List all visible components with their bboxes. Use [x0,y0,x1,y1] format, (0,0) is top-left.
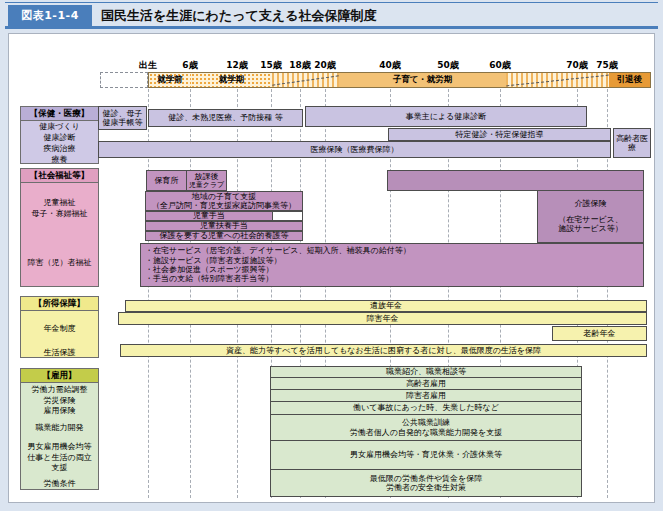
bar-afterschool-club: 放課後 児童クラブ [186,170,227,191]
figure-number-badge: 図表1-1-4 [8,5,92,26]
section-label-employment: 【雇用】 労働力需給調整 労災保険 雇用保険 職業能力開発 男女雇用機会均等 仕… [20,368,99,490]
bar-nursery: 保育所 [146,170,187,191]
age-label-50: 50歳 [437,59,459,72]
bar-maternal-handbook: 健診、母子健康手帳等 [98,106,147,130]
figure-page: 図表1-1-4 国民生活を生涯にわたって支える社会保障制度 出生 6歳 12歳 … [0,0,663,511]
section-header-health: 【保健・医療】 [21,107,98,121]
employment-item: 労働条件 [21,479,98,490]
bar-child-checkup: 健診、未熟児医療、予防接種 等 [148,109,303,127]
employment-item: 労災保険 [21,396,98,407]
employment-item: 労働力需給調整 [21,385,98,396]
bar-accident-unemployment: 働いて事故にあった時、失業した時など [270,401,582,415]
bar-vocational-training: 公共職業訓練 労働者個人の自発的な職業能力開発を支援 [270,414,582,441]
age-label-40: 40歳 [379,59,401,72]
section-label-welfare: 【社会福祉等】 児童福祉 母子・寡婦福祉 障害（児）者福祉 [20,168,99,287]
kaigo-sub-line1: （在宅サービス、 [558,215,623,224]
afterschool-line1: 放課後 [195,172,219,181]
bar-kaigo-insurance-arm [387,170,644,191]
employment-item: 雇用保険 [21,406,98,417]
prebirth-dashed-box [100,72,148,88]
community-line1: 地域の子育て支援 [192,192,256,201]
age-label-birth: 出生 [139,59,157,72]
disability-service-line: ・社会参加促進（スポーツ振興等） [145,265,274,274]
employment-item: 支援 [21,463,98,474]
stage-school: 就学期 [191,73,272,87]
employment-item: 職業能力開発 [21,423,98,434]
age-label-6: 6歳 [182,59,197,72]
vocational-line2: 労働者個人の自発的な職業能力開発を支援 [350,428,503,437]
afterschool-line2: 児童クラブ [189,181,225,189]
income-item: 生活保護 [21,347,98,358]
employment-item: 仕事と生活の両立 [21,453,98,464]
life-stage-bar: 就学前 就学期 子育て・就労期 引退後 [148,72,651,88]
age-label-15: 15歳 [260,59,282,72]
employment-item: 男女雇用機会均等 [21,442,98,453]
bar-child-allowance-gap [272,211,303,221]
section-header-welfare: 【社会福祉等】 [21,169,98,183]
bar-public-assistance: 資産、能力等すべてを活用してもなお生活に困窮する者に対し、最低限度の生活を保障 [120,344,647,357]
section-label-health: 【保健・医療】 健康づくり 健康診断 疾病治療 療養 [20,106,99,164]
welfare-item: 母子・寡婦福祉 [21,208,98,219]
bar-specific-checkup: 特定健診・特定保健指導 [388,128,611,141]
stage-working: 子育て・就労期 [339,73,506,87]
disability-service-line: ・施設サービス（障害者支援施設等） [145,256,282,265]
labor-conditions-line1: 最低限の労働条件や賃金を保障 [370,474,483,483]
bar-community-childcare: 地域の子育て支援 （全戸訪問・育児支援家庭訪問事業等） [145,191,303,211]
bar-child-allowance: 児童手当 [145,211,273,221]
bar-old-age-pension: 老齢年金 [552,326,647,341]
age-label-18: 18歳 [289,59,311,72]
bar-employer-checkup: 事業主による健康診断 [305,106,587,127]
bar-disability-services: ・在宅サービス（居宅介護、デイサービス、短期入所、補装具の給付等） ・施設サービ… [140,243,644,287]
age-label-75: 75歳 [596,59,618,72]
bar-labor-conditions: 最低限の労働条件や賃金を保障 労働者の安全衛生対策 [270,469,582,497]
age-label-60: 60歳 [489,59,511,72]
kaigo-title: 介護保険 [575,199,607,208]
section-header-income: 【所得保障】 [21,297,98,311]
health-item: 療養 [21,154,98,165]
bar-social-care: 保護を要する児童への社会的養護等 [145,231,303,241]
bar-child-support-allowance: 児童扶養手当 [145,221,303,231]
title-top-rule [5,2,658,3]
bar-survivor-pension: 遺族年金 [125,300,647,312]
age-label-70: 70歳 [566,59,588,72]
bar-disability-pension: 障害年金 [118,312,647,325]
kaigo-sub-line2: 施設サービス等） [558,224,623,233]
stage-retired: 引退後 [609,73,650,87]
age-label-12: 12歳 [226,59,248,72]
bar-medical-insurance: 医療保険（医療費保障） [98,141,611,158]
disability-service-line: ・在宅サービス（居宅介護、デイサービス、短期入所、補装具の給付等） [145,246,411,255]
stage-preschool: 就学前 [149,73,191,87]
labor-conditions-line2: 労働者の安全衛生対策 [386,483,466,492]
welfare-item: 障害（児）者福祉 [21,257,98,268]
section-label-income: 【所得保障】 年金制度 生活保護 [20,296,99,358]
health-item: 健康づくり [21,121,98,132]
bar-equal-opportunity: 男女雇用機会均等・育児休業・介護休業等 [270,440,582,470]
bar-elderly-medical: 高齢者医療 [613,128,651,158]
bar-kaigo-insurance-main: 介護保険 （在宅サービス、 施設サービス等） [537,190,644,243]
health-item: 健康診断 [21,132,98,143]
age-label-20: 20歳 [314,59,336,72]
vocational-line1: 公共職業訓練 [402,418,450,427]
title-bottom-rule [5,26,658,29]
income-item: 年金制度 [21,323,98,334]
disability-service-line: ・手当の支給（特別障害者手当等） [145,274,273,283]
welfare-item: 児童福祉 [21,197,98,208]
page-title: 国民生活を生涯にわたって支える社会保障制度 [101,7,651,25]
health-item: 疾病治療 [21,143,98,154]
section-header-employment: 【雇用】 [21,369,98,383]
community-line2: （全戸訪問・育児支援家庭訪問事業等） [152,201,296,210]
